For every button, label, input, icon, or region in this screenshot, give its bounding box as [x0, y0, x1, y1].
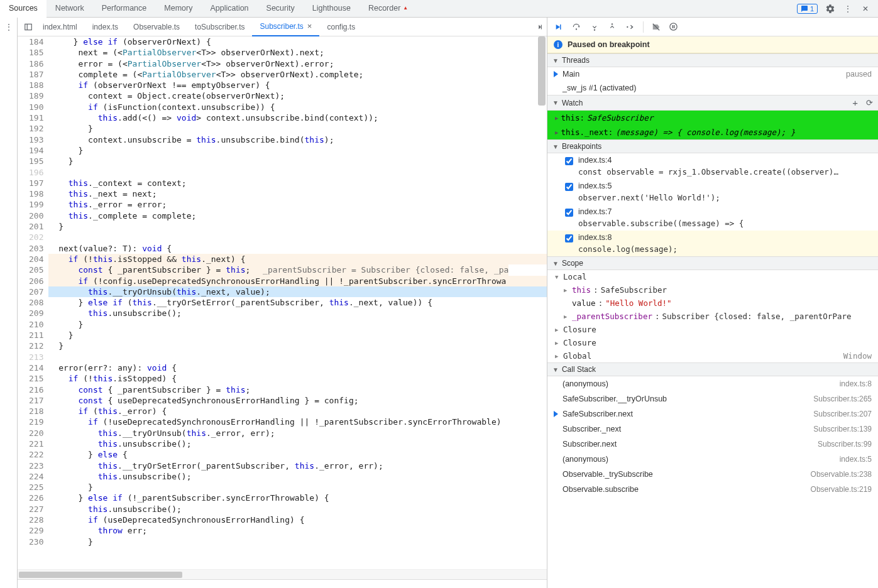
scope-local[interactable]: ▼ Local	[547, 270, 878, 283]
sources-nav-collapsed: ⋮	[0, 18, 18, 588]
more-icon[interactable]: ⋮	[843, 4, 853, 14]
scope-closure[interactable]: ▶ Closure	[547, 323, 878, 336]
breakpoint-row[interactable]: index.ts:5observer.next('Hello World!');	[547, 179, 878, 205]
devtools-tab-lighthouse[interactable]: Lighthouse	[304, 0, 359, 18]
svg-rect-12	[674, 25, 674, 28]
settings-icon[interactable]	[825, 4, 835, 14]
devtools-tab-performance[interactable]: Performance	[93, 0, 156, 18]
breakpoint-checkbox[interactable]	[565, 209, 573, 217]
breakpoints-title: Breakpoints	[562, 142, 601, 151]
pause-exceptions-icon[interactable]	[669, 22, 678, 31]
paused-message: Paused on breakpoint	[568, 40, 650, 49]
breakpoints-header[interactable]: ▼Breakpoints	[547, 139, 878, 153]
breakpoint-checkbox[interactable]	[565, 234, 573, 242]
scope-global[interactable]: ▶ GlobalWindow	[547, 349, 878, 362]
svg-rect-0	[25, 24, 32, 30]
svg-point-7	[612, 23, 613, 24]
more-options-icon[interactable]: ⋮	[0, 18, 17, 36]
console-drawer-handle[interactable]	[18, 579, 547, 588]
file-tab[interactable]: Subscriber.ts×	[252, 18, 319, 36]
info-icon: i	[554, 40, 562, 49]
threads-title: Threads	[562, 56, 590, 65]
file-tab[interactable]: toSubscriber.ts	[187, 18, 252, 36]
scope-closure[interactable]: ▶ Closure	[547, 336, 878, 349]
callstack-frame[interactable]: Observable._trySubscribeObservable.ts:23…	[547, 467, 878, 482]
svg-point-8	[627, 26, 628, 27]
devtools-tab-application[interactable]: Application	[201, 0, 257, 18]
chat-icon	[801, 5, 808, 13]
step-icon[interactable]	[625, 23, 635, 31]
breakpoint-checkbox[interactable]	[565, 157, 573, 165]
breakpoint-row[interactable]: index.ts:7observable.subscribe((message)…	[547, 205, 878, 231]
scope-variable[interactable]: ▶ this: SafeSubscriber	[547, 283, 878, 297]
debugger-panel: i Paused on breakpoint ▼Threads Mainpaus…	[547, 18, 878, 588]
file-tab[interactable]: index.html	[35, 18, 85, 36]
watch-expression[interactable]: ▶ this: SafeSubscriber	[547, 111, 878, 125]
breakpoint-checkbox[interactable]	[565, 183, 573, 191]
messages-badge[interactable]: 1	[797, 4, 818, 14]
deactivate-breakpoints-icon[interactable]	[651, 23, 661, 31]
horizontal-scrollbar[interactable]	[18, 569, 547, 579]
callstack-frame[interactable]: (anonymous)index.ts:8	[547, 376, 878, 391]
file-tabs: index.htmlindex.tsObservable.tstoSubscri…	[18, 18, 547, 36]
watch-expression[interactable]: ▶ this._next: (message) => { console.log…	[547, 125, 878, 139]
watch-header[interactable]: ▼Watch + ⟳	[547, 95, 878, 111]
scope-title: Scope	[562, 259, 583, 268]
thread-row[interactable]: _sw_js #1 (activated)	[547, 81, 878, 95]
step-over-icon[interactable]	[571, 23, 581, 31]
vertical-scrollbar[interactable]	[538, 36, 546, 569]
debugger-toolbar	[547, 18, 878, 36]
watch-title: Watch	[562, 99, 583, 107]
thread-row[interactable]: Mainpaused	[547, 67, 878, 81]
paused-banner: i Paused on breakpoint	[547, 36, 878, 53]
devtools-tab-sources[interactable]: Sources	[0, 0, 47, 18]
toggle-navigator-icon[interactable]	[21, 23, 35, 31]
threads-header[interactable]: ▼Threads	[547, 53, 878, 67]
file-tab[interactable]: Observable.ts	[126, 18, 187, 36]
callstack-title: Call Stack	[562, 365, 596, 374]
devtools-tab-recorder[interactable]: Recorder ▲	[359, 0, 417, 18]
file-tab[interactable]: index.ts	[85, 18, 126, 36]
svg-marker-2	[539, 24, 541, 29]
svg-point-10	[670, 23, 677, 30]
callstack-header[interactable]: ▼Call Stack	[547, 362, 878, 376]
svg-rect-4	[560, 24, 561, 29]
close-devtools-icon[interactable]: ✕	[860, 4, 870, 14]
add-watch-icon[interactable]: +	[852, 97, 858, 108]
code-editor[interactable]: 1841851861871881891901911921931941951961…	[18, 36, 547, 569]
callstack-frame[interactable]: SafeSubscriber.__tryOrUnsubSubscriber.ts…	[547, 391, 878, 406]
file-tab[interactable]: config.ts	[319, 18, 363, 36]
step-into-icon[interactable]	[590, 23, 599, 31]
messages-count: 1	[810, 5, 814, 13]
callstack-frame[interactable]: (anonymous)index.ts:5	[547, 452, 878, 467]
scope-header[interactable]: ▼Scope	[547, 256, 878, 270]
svg-point-5	[576, 28, 577, 30]
callstack-frame[interactable]: SafeSubscriber.nextSubscriber.ts:207	[547, 406, 878, 422]
resume-icon[interactable]	[552, 23, 562, 31]
breakpoint-row[interactable]: index.ts:8console.log(message);	[547, 231, 878, 256]
breakpoint-row[interactable]: index.ts:4const observable = rxjs_1.Obse…	[547, 153, 878, 179]
devtools-tab-network[interactable]: Network	[47, 0, 93, 18]
devtools-tabbar: SourcesNetworkPerformanceMemoryApplicati…	[0, 0, 878, 18]
svg-point-6	[594, 29, 595, 30]
svg-rect-11	[672, 25, 673, 28]
refresh-watch-icon[interactable]: ⟳	[866, 98, 873, 107]
callstack-frame[interactable]: Observable.subscribeObservable.ts:219	[547, 482, 878, 497]
close-icon[interactable]: ×	[307, 21, 312, 31]
callstack-frame[interactable]: Subscriber._nextSubscriber.ts:139	[547, 422, 878, 437]
callstack-frame[interactable]: Subscriber.nextSubscriber.ts:99	[547, 437, 878, 452]
more-tabs-icon[interactable]	[533, 23, 547, 31]
scope-variable[interactable]: value: "Hello World!"	[547, 297, 878, 310]
scope-variable[interactable]: ▶ _parentSubscriber: Subscriber {closed:…	[547, 310, 878, 323]
step-out-icon[interactable]	[608, 23, 617, 31]
devtools-tab-security[interactable]: Security	[258, 0, 304, 18]
devtools-tab-memory[interactable]: Memory	[155, 0, 201, 18]
